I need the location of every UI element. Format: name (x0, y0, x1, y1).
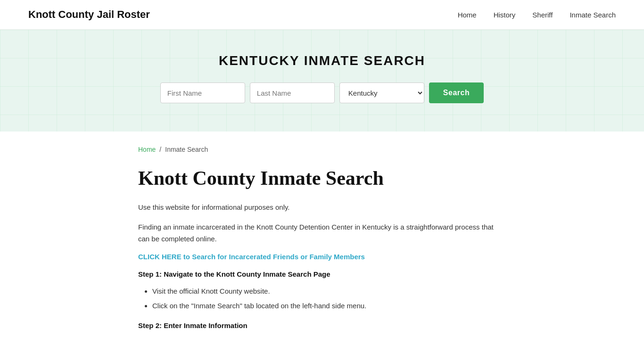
search-button[interactable]: Search (429, 82, 484, 103)
click-here-link[interactable]: CLICK HERE to Search for Incarcerated Fr… (138, 253, 365, 261)
list-item: Click on the "Inmate Search" tab located… (152, 299, 506, 312)
site-header: Knott County Jail Roster Home History Sh… (0, 0, 644, 30)
nav-sheriff[interactable]: Sheriff (532, 11, 553, 19)
state-select[interactable]: Kentucky Alabama Alaska Arizona Arkansas… (339, 82, 424, 103)
step1-list: Visit the official Knott County website.… (138, 285, 506, 312)
list-item: Visit the official Knott County website. (152, 285, 506, 297)
search-form: Kentucky Alabama Alaska Arizona Arkansas… (9, 82, 635, 103)
breadcrumb: Home / Inmate Search (138, 146, 506, 153)
paragraph-1: Use this website for informational purpo… (138, 201, 506, 214)
main-nav: Home History Sheriff Inmate Search (458, 11, 616, 19)
nav-home[interactable]: Home (458, 11, 477, 19)
breadcrumb-separator: / (159, 146, 161, 153)
page-heading: Knott County Inmate Search (138, 166, 506, 190)
nav-history[interactable]: History (494, 11, 516, 19)
step2-heading: Step 2: Enter Inmate Information (138, 321, 506, 329)
first-name-input[interactable] (160, 82, 245, 103)
last-name-input[interactable] (250, 82, 335, 103)
main-content: Home / Inmate Search Knott County Inmate… (110, 132, 534, 358)
site-title: Knott County Jail Roster (28, 8, 150, 21)
step1-heading: Step 1: Navigate to the Knott County Inm… (138, 270, 506, 278)
hero-title: KENTUCKY INMATE SEARCH (9, 53, 635, 68)
hero-section: KENTUCKY INMATE SEARCH Kentucky Alabama … (0, 30, 644, 132)
nav-inmate-search[interactable]: Inmate Search (570, 11, 616, 19)
paragraph-2: Finding an inmate incarcerated in the Kn… (138, 221, 506, 245)
breadcrumb-home-link[interactable]: Home (138, 146, 156, 153)
breadcrumb-current: Inmate Search (165, 146, 208, 153)
